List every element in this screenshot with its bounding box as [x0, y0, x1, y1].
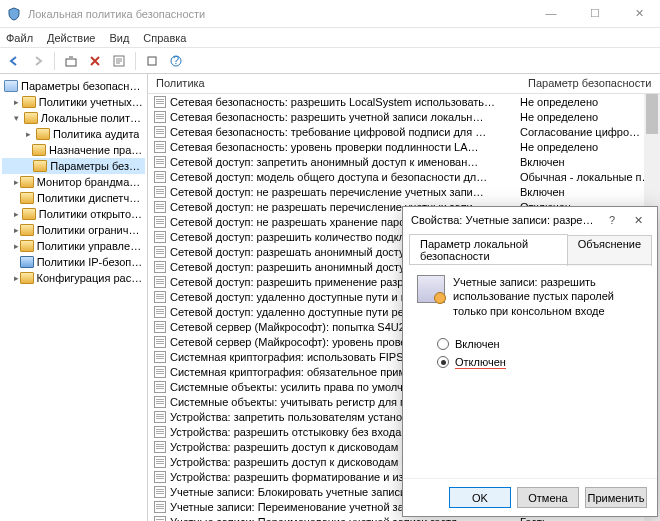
- tree-item[interactable]: ▸Конфигурация расширенной полити…: [2, 270, 145, 286]
- policy-row[interactable]: Сетевая безопасность: уровень проверки п…: [148, 139, 660, 154]
- tab-local-setting[interactable]: Параметр локальной безопасности: [409, 234, 568, 265]
- ok-button[interactable]: OK: [449, 487, 511, 508]
- cancel-button[interactable]: Отмена: [517, 487, 579, 508]
- policy-item-icon: [154, 381, 166, 393]
- policy-item-icon: [154, 261, 166, 273]
- close-button[interactable]: ✕: [624, 7, 654, 20]
- tree-item[interactable]: Политики IP-безопасности на "Лока…: [2, 254, 145, 270]
- radio-dot-icon: [437, 338, 449, 350]
- tree-root[interactable]: Параметры безопасности: [2, 78, 145, 94]
- column-policy[interactable]: Политика: [148, 74, 520, 93]
- delete-button[interactable]: [85, 51, 105, 71]
- policy-item-icon: [154, 291, 166, 303]
- window-title: Локальная политика безопасности: [28, 8, 536, 20]
- properties-button[interactable]: [109, 51, 129, 71]
- policy-item-icon: [154, 156, 166, 168]
- forward-button[interactable]: [28, 51, 48, 71]
- policy-row[interactable]: Сетевая безопасность: требование цифрово…: [148, 124, 660, 139]
- dialog-close-button[interactable]: ✕: [627, 214, 649, 227]
- back-button[interactable]: [4, 51, 24, 71]
- policy-row[interactable]: Сетевой доступ: модель общего доступа и …: [148, 169, 660, 184]
- radio-dot-icon: [437, 356, 449, 368]
- tree-item[interactable]: ▸Политики открытого ключа: [2, 206, 145, 222]
- menu-help[interactable]: Справка: [143, 32, 186, 44]
- policy-item-icon: [154, 366, 166, 378]
- radio-enabled[interactable]: Включен: [437, 338, 643, 350]
- policy-row[interactable]: Сетевой доступ: не разрешать перечислени…: [148, 184, 660, 199]
- policy-item-icon: [154, 171, 166, 183]
- policy-item-icon: [154, 456, 166, 468]
- policy-row[interactable]: Сетевой доступ: запретить анонимный дост…: [148, 154, 660, 169]
- dialog-help-button[interactable]: ?: [601, 214, 623, 227]
- tree-item[interactable]: ▸Политики учетных записей: [2, 94, 145, 110]
- policy-item-icon: [154, 96, 166, 108]
- tree-item[interactable]: ▸Монитор брандмауэра Защитника W: [2, 174, 145, 190]
- toolbar: ?: [0, 48, 660, 74]
- policy-row[interactable]: Сетевая безопасность: разрешить LocalSys…: [148, 94, 660, 109]
- policy-item-icon: [154, 516, 166, 522]
- policy-item-icon: [154, 141, 166, 153]
- policy-item-icon: [154, 126, 166, 138]
- menu-action[interactable]: Действие: [47, 32, 95, 44]
- refresh-button[interactable]: [142, 51, 162, 71]
- tree-item[interactable]: Параметры безопасности: [2, 158, 145, 174]
- policy-item-icon: [154, 426, 166, 438]
- help-button[interactable]: ?: [166, 51, 186, 71]
- policy-item-icon: [154, 306, 166, 318]
- maximize-button[interactable]: ☐: [580, 7, 610, 20]
- tree-item[interactable]: ▾Локальные политики: [2, 110, 145, 126]
- policy-item-icon: [154, 501, 166, 513]
- policy-item-icon: [154, 441, 166, 453]
- policy-item-icon: [154, 486, 166, 498]
- policy-item-icon: [154, 111, 166, 123]
- tree-item[interactable]: ▸Политики управления приложения…: [2, 238, 145, 254]
- tab-explanation[interactable]: Объяснение: [567, 235, 652, 266]
- tree-item[interactable]: Политики диспетчера списка сетей: [2, 190, 145, 206]
- policy-item-icon: [154, 351, 166, 363]
- menu-view[interactable]: Вид: [109, 32, 129, 44]
- policy-item-icon: [154, 276, 166, 288]
- radio-disabled[interactable]: Отключен: [437, 356, 643, 369]
- policy-item-icon: [154, 321, 166, 333]
- app-icon: [6, 6, 22, 22]
- properties-dialog: Свойства: Учетные записи: разрешить испо…: [402, 206, 658, 517]
- menubar: Файл Действие Вид Справка: [0, 28, 660, 48]
- nav-tree[interactable]: Параметры безопасности ▸Политики учетных…: [0, 74, 148, 521]
- policy-item-icon: [154, 231, 166, 243]
- tree-item[interactable]: Назначение прав пользователя: [2, 142, 145, 158]
- titlebar: Локальная политика безопасности — ☐ ✕: [0, 0, 660, 28]
- policy-item-icon: [154, 201, 166, 213]
- svg-rect-0: [66, 59, 76, 66]
- svg-rect-2: [148, 57, 156, 65]
- policy-item-icon: [154, 411, 166, 423]
- apply-button[interactable]: Применить: [585, 487, 647, 508]
- tree-item[interactable]: ▸Политики ограниченного использов…: [2, 222, 145, 238]
- dialog-title: Свойства: Учетные записи: разрешить испо…: [411, 214, 601, 226]
- policy-icon: [417, 275, 445, 303]
- policy-item-icon: [154, 336, 166, 348]
- policy-item-icon: [154, 186, 166, 198]
- column-value[interactable]: Параметр безопасности: [520, 74, 660, 93]
- policy-item-icon: [154, 471, 166, 483]
- policy-description: Учетные записи: разрешить использование …: [453, 275, 643, 318]
- policy-row[interactable]: Сетевая безопасность: разрешить учетной …: [148, 109, 660, 124]
- svg-text:?: ?: [173, 55, 179, 66]
- policy-item-icon: [154, 216, 166, 228]
- minimize-button[interactable]: —: [536, 7, 566, 20]
- policy-item-icon: [154, 246, 166, 258]
- menu-file[interactable]: Файл: [6, 32, 33, 44]
- up-button[interactable]: [61, 51, 81, 71]
- policy-item-icon: [154, 396, 166, 408]
- tree-item[interactable]: ▸Политика аудита: [2, 126, 145, 142]
